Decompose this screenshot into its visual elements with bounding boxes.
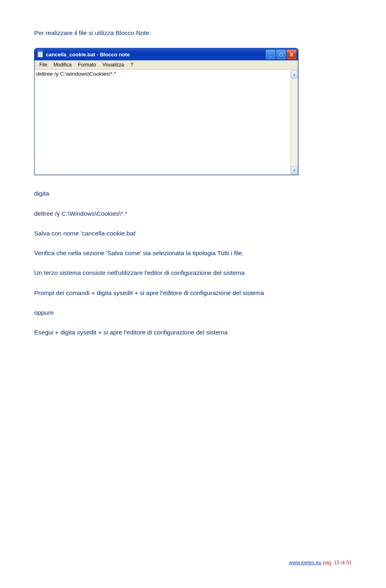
menubar: File Modifica Formato Visualizza ? — [35, 60, 298, 70]
vertical-scrollbar[interactable]: ▴ ▾ — [290, 70, 298, 175]
paragraph-verifica: Verifica che nella sezione 'Salva come' … — [34, 248, 352, 258]
notepad-window: cancella_cookie.bat - Blocco note _ □ X … — [34, 48, 298, 175]
menu-formato[interactable]: Formato — [75, 61, 99, 68]
paragraph-salva: Salva con nome 'cancella-cookie.bat' — [34, 229, 352, 238]
paragraph-digita: digita — [34, 189, 352, 198]
paragraph-command: deltree /y C:\Windows\Cookies\*.* — [34, 209, 352, 218]
menu-file[interactable]: File — [36, 61, 50, 68]
window-title: cancella_cookie.bat - Blocco note — [46, 52, 266, 58]
client-area: deltree /y C:\windows\Cookies\*.* ▴ ▾ — [35, 70, 298, 175]
minimize-button[interactable]: _ — [266, 50, 275, 59]
document-page: Per realizzare il file si utilizza Blocc… — [0, 0, 386, 588]
notepad-text-area[interactable]: deltree /y C:\windows\Cookies\*.* — [35, 70, 290, 175]
menu-help[interactable]: ? — [127, 61, 137, 68]
paragraph-oppure: oppure — [34, 308, 352, 317]
paragraph-terzo: Un terzo sistema consiste nell'utilizzar… — [34, 268, 352, 277]
paragraph-esegui: Esegui + digita sysedit + si apre l'edit… — [34, 328, 352, 337]
menu-modifica[interactable]: Modifica — [50, 61, 75, 68]
paragraph-prompt: Prompt dei comandi + digita sysedit + si… — [34, 288, 352, 297]
scroll-down-button[interactable]: ▾ — [291, 166, 298, 174]
scroll-up-button[interactable]: ▴ — [291, 70, 298, 78]
titlebar[interactable]: cancella_cookie.bat - Blocco note _ □ X — [35, 48, 298, 60]
svg-rect-1 — [38, 51, 43, 52]
window-controls: _ □ X — [266, 50, 296, 59]
paragraph-intro: Per realizzare il file si utilizza Blocc… — [34, 28, 352, 37]
page-footer: www.joetex.eu pag. 15 di 51 — [289, 560, 352, 565]
notepad-app-icon — [37, 50, 43, 58]
menu-visualizza[interactable]: Visualizza — [99, 61, 127, 68]
maximize-button[interactable]: □ — [276, 50, 286, 59]
footer-page-number: pag. 15 di 51 — [321, 560, 352, 565]
footer-link[interactable]: www.joetex.eu — [289, 560, 322, 565]
close-button[interactable]: X — [287, 50, 296, 59]
